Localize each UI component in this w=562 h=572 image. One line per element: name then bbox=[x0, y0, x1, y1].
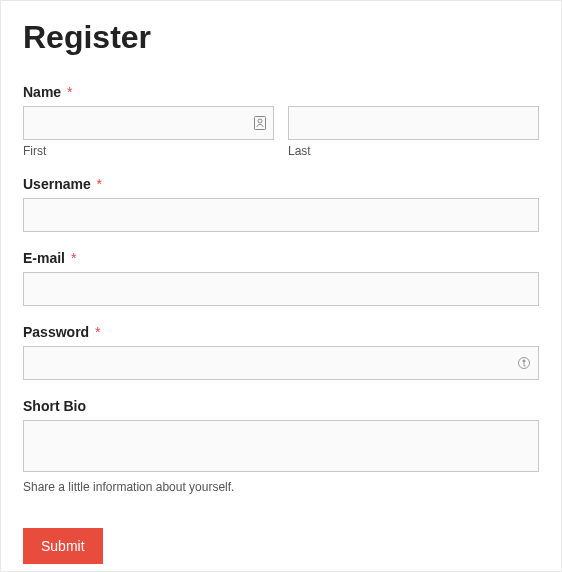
username-label: Username * bbox=[23, 176, 539, 192]
required-asterisk: * bbox=[95, 324, 100, 340]
last-name-col: Last bbox=[288, 106, 539, 158]
username-input[interactable] bbox=[23, 198, 539, 232]
register-form: Register Name * First bbox=[0, 0, 562, 572]
email-input[interactable] bbox=[23, 272, 539, 306]
name-row: First Last bbox=[23, 106, 539, 158]
username-field-group: Username * bbox=[23, 176, 539, 232]
required-asterisk: * bbox=[67, 84, 72, 100]
name-label-text: Name bbox=[23, 84, 61, 100]
bio-helper-text: Share a little information about yoursel… bbox=[23, 480, 539, 494]
first-name-wrapper bbox=[23, 106, 274, 140]
name-label: Name * bbox=[23, 84, 539, 100]
last-name-input[interactable] bbox=[288, 106, 539, 140]
first-sublabel: First bbox=[23, 144, 274, 158]
submit-button[interactable]: Submit bbox=[23, 528, 103, 564]
password-label: Password * bbox=[23, 324, 539, 340]
username-label-text: Username bbox=[23, 176, 91, 192]
first-name-col: First bbox=[23, 106, 274, 158]
last-sublabel: Last bbox=[288, 144, 539, 158]
bio-label-text: Short Bio bbox=[23, 398, 86, 414]
password-label-text: Password bbox=[23, 324, 89, 340]
page-title: Register bbox=[23, 19, 539, 56]
password-field-group: Password * bbox=[23, 324, 539, 380]
bio-field-group: Short Bio Share a little information abo… bbox=[23, 398, 539, 494]
first-name-input[interactable] bbox=[23, 106, 274, 140]
email-label: E-mail * bbox=[23, 250, 539, 266]
required-asterisk: * bbox=[97, 176, 102, 192]
email-field-group: E-mail * bbox=[23, 250, 539, 306]
password-input[interactable] bbox=[23, 346, 539, 380]
name-field-group: Name * First Las bbox=[23, 84, 539, 158]
email-label-text: E-mail bbox=[23, 250, 65, 266]
required-asterisk: * bbox=[71, 250, 76, 266]
password-wrapper bbox=[23, 346, 539, 380]
bio-label: Short Bio bbox=[23, 398, 539, 414]
bio-textarea[interactable] bbox=[23, 420, 539, 472]
